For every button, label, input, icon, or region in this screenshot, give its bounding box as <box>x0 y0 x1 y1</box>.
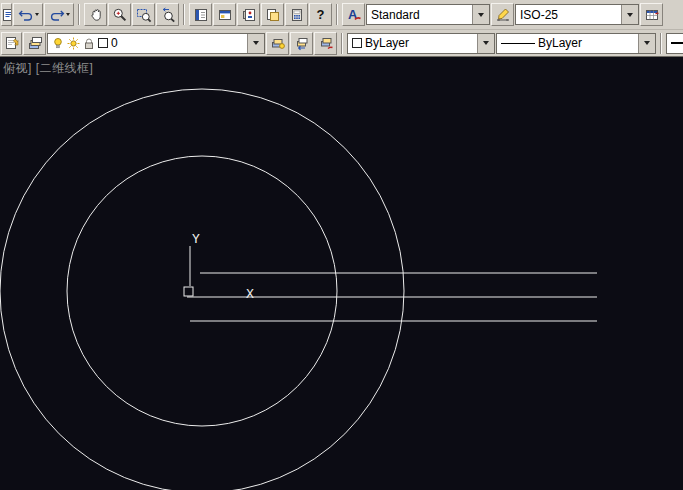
layers-properties-toolbar: 0 ByLayer ByLayer <box>0 30 683 56</box>
properties-palette-button[interactable] <box>189 3 212 26</box>
combobox-dropdown-arrow[interactable] <box>638 34 655 53</box>
color-swatch <box>352 38 362 48</box>
designcenter-icon <box>217 7 233 23</box>
zoom-window-icon <box>136 7 152 23</box>
redo-button[interactable] <box>44 3 74 26</box>
layer-previous-button[interactable] <box>290 32 313 55</box>
quickcalc-button[interactable] <box>285 3 308 26</box>
linetype-sample-line <box>501 43 535 44</box>
linetype-value: ByLayer <box>538 36 635 50</box>
dim-style-value: ISO-25 <box>520 8 618 22</box>
make-object-layer-current-button[interactable] <box>1 32 22 55</box>
toolbar-separator <box>660 33 662 54</box>
pan-button[interactable] <box>84 3 107 26</box>
tool-palettes-button[interactable] <box>237 3 260 26</box>
zoom-window-button[interactable] <box>132 3 155 26</box>
drawing-svg[interactable]: YX <box>0 57 683 490</box>
lineweight-sample-line <box>671 42 683 44</box>
help-button[interactable]: ? <box>309 3 332 26</box>
ucs-y-label[interactable]: Y <box>192 231 200 246</box>
designcenter-button[interactable] <box>213 3 236 26</box>
dim-style-manager-button[interactable] <box>491 3 514 26</box>
viewport-label[interactable]: 俯视] [二维线框] <box>3 60 93 77</box>
combobox-dropdown-arrow[interactable] <box>477 34 494 53</box>
layers-stack-icon <box>27 35 43 51</box>
layer-lock-icon[interactable] <box>83 37 95 50</box>
combobox-dropdown-arrow[interactable] <box>621 5 638 24</box>
zoom-previous-icon <box>160 7 176 23</box>
text-style-combobox[interactable]: Standard <box>366 4 490 25</box>
toolbar-separator <box>341 33 343 54</box>
sheet-set-manager-button[interactable] <box>261 3 284 26</box>
tool-palettes-icon <box>241 7 257 23</box>
layer-states-icon <box>270 35 286 51</box>
layer-isolate-icon <box>318 35 334 51</box>
toolbar-edge-button[interactable] <box>1 3 12 26</box>
redo-icon <box>49 8 65 22</box>
help-icon: ? <box>317 7 325 22</box>
redo-dropdown-arrow[interactable] <box>66 13 70 16</box>
calculator-icon <box>289 7 305 23</box>
layer-color-swatch[interactable] <box>98 38 108 48</box>
zoom-previous-button[interactable] <box>156 3 179 26</box>
layer-states-manager-button[interactable] <box>266 32 289 55</box>
linetype-combobox[interactable]: ByLayer <box>496 33 656 54</box>
zoom-realtime-icon <box>112 7 128 23</box>
model-space-canvas[interactable]: YX 俯视] [二维线框] <box>0 56 683 490</box>
set-layer-current-icon <box>4 35 20 51</box>
layer-previous-icon <box>294 35 310 51</box>
text-style-value: Standard <box>371 8 469 22</box>
inner-circle[interactable] <box>67 156 337 426</box>
sheet-icon <box>2 7 12 23</box>
color-combobox[interactable]: ByLayer <box>347 33 495 54</box>
table-style-manager-button[interactable] <box>640 3 663 26</box>
toolbar-separator <box>183 4 185 25</box>
layer-isolate-button[interactable] <box>314 32 337 55</box>
ucs-x-label[interactable]: X <box>246 286 254 301</box>
layer-freeze-sun-icon[interactable] <box>67 37 80 50</box>
properties-icon <box>193 7 209 23</box>
layer-on-bulb-icon[interactable] <box>52 37 64 50</box>
layer-name-value: 0 <box>111 36 244 50</box>
color-value: ByLayer <box>365 36 474 50</box>
sheet-set-icon <box>265 7 281 23</box>
layer-combobox[interactable]: 0 <box>47 33 265 54</box>
dim-style-combobox[interactable]: ISO-25 <box>515 4 639 25</box>
toolbar-separator <box>78 4 80 25</box>
zoom-realtime-button[interactable] <box>108 3 131 26</box>
text-style-manager-button[interactable]: A <box>342 3 365 26</box>
text-style-icon: A <box>346 7 362 23</box>
combobox-dropdown-arrow[interactable] <box>247 34 264 53</box>
ucs-origin-box[interactable] <box>184 287 193 296</box>
lineweight-combobox[interactable] <box>666 33 683 54</box>
standard-toolbar: ? A Standard ISO-25 <box>0 0 683 30</box>
undo-icon <box>18 8 34 22</box>
pan-hand-icon <box>88 7 104 23</box>
combobox-dropdown-arrow[interactable] <box>472 5 489 24</box>
toolbar-separator <box>336 4 338 25</box>
outer-circle[interactable] <box>0 89 404 490</box>
undo-dropdown-arrow[interactable] <box>35 13 39 16</box>
svg-text:A: A <box>348 7 358 22</box>
table-style-icon <box>644 7 660 23</box>
undo-button[interactable] <box>13 3 43 26</box>
dim-style-icon <box>495 7 511 23</box>
layer-properties-manager-button[interactable] <box>23 32 46 55</box>
